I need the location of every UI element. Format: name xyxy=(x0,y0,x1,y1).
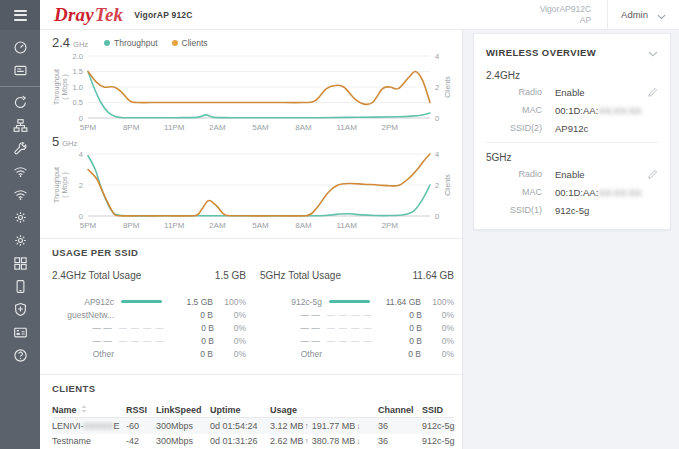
usage-percent: 0% xyxy=(429,336,454,346)
usage-bar-empty: — — — — xyxy=(119,336,165,345)
chart-5ghz: 0240245PM8PM11PM2AM5AM8AM11AM2PMThroughp… xyxy=(40,148,462,232)
chart-5-band-unit: GHz xyxy=(62,139,77,148)
clients-section-title: CLIENTS xyxy=(40,375,462,394)
upload-arrow-icon: ↑ xyxy=(305,436,309,446)
usage-row: — —— — — —0 B0% xyxy=(260,308,454,321)
logo-tek: Tek xyxy=(95,4,123,25)
client-usage: 3.12 MB↑191.77 MB↓ xyxy=(270,421,376,431)
client-uptime: 0d 01:31:26 xyxy=(210,436,268,446)
legend-throughput[interactable]: Throughput xyxy=(104,38,157,48)
sidebar-item-applications[interactable] xyxy=(0,229,40,252)
sort-icon xyxy=(81,405,87,415)
client-rssi: -42 xyxy=(126,436,154,446)
sidebar-item-security[interactable] xyxy=(0,298,40,321)
sidebar-item-operation-mode[interactable] xyxy=(0,91,40,114)
usage-value: 0 B xyxy=(169,349,213,359)
svg-text:11AM: 11AM xyxy=(336,123,357,132)
usage-row: 912c-5g11.64 GB100% xyxy=(260,295,454,308)
sidebar-item-objects[interactable] xyxy=(0,252,40,275)
legend-clients[interactable]: Clients xyxy=(172,38,208,48)
usage-value: 0 B xyxy=(379,336,421,346)
sidebar-item-mobile-device[interactable] xyxy=(0,275,40,298)
overview-band-5-name: 5GHz xyxy=(486,152,658,163)
draytek-logo: DrayTek xyxy=(54,0,123,30)
menu-toggle-button[interactable] xyxy=(0,0,40,30)
model-title: VigorAP 912C xyxy=(134,10,192,20)
sidebar-item-wizard[interactable] xyxy=(0,59,40,82)
svg-text:2PM: 2PM xyxy=(382,221,399,230)
client-name: LENIVI-XXXXXE xyxy=(52,421,124,431)
usage-value: 11.64 GB xyxy=(377,297,421,307)
usage-rows-24: AP912c1.5 GB100%guestNetw...0 B0%— —— — … xyxy=(52,295,246,360)
sidebar-item-wireless-2g[interactable] xyxy=(0,160,40,183)
download-arrow-icon: ↓ xyxy=(356,436,360,446)
device-name-block: VigorAP912C AP xyxy=(540,4,591,25)
sidebar xyxy=(0,0,40,449)
usage-ssid-label: — — xyxy=(52,336,112,346)
dashboard-icon xyxy=(13,40,28,55)
col-header-name[interactable]: Name xyxy=(52,405,124,415)
svg-text:4: 4 xyxy=(79,150,83,159)
usage-value: 0 B xyxy=(379,310,421,320)
usage-grid: 2.4GHz Total Usage 1.5 GB AP912c1.5 GB10… xyxy=(40,270,462,368)
redacted-mac: XX:XX:XX xyxy=(598,105,641,116)
usage-value: 0 B xyxy=(171,323,213,333)
usage-value: 0 B xyxy=(171,336,213,346)
redacted-mac: XX:XX:XX xyxy=(598,187,641,198)
usage-5-total: 11.64 GB xyxy=(412,270,454,281)
chart-24ghz: 00.51.01.52.00245PM8PM11PM2AM5AM8AM11AM2… xyxy=(40,50,462,134)
usage-bar-empty: — — — — xyxy=(327,336,373,345)
clients-table: Name RSSI LinkSpeed Uptime Usage Channel… xyxy=(40,402,462,449)
edit-pencil-icon[interactable] xyxy=(647,87,658,98)
usage-percent: 0% xyxy=(429,323,454,333)
upload-arrow-icon: ↑ xyxy=(305,421,309,431)
sidebar-item-wireless-5g[interactable] xyxy=(0,183,40,206)
hamburger-icon xyxy=(14,7,27,23)
svg-text:Throughput( Mbps ): Throughput( Mbps ) xyxy=(53,69,69,105)
sidebar-divider xyxy=(0,86,40,87)
wizard-icon xyxy=(13,63,28,78)
usage-ssid-label: AP912c xyxy=(52,297,114,307)
sidebar-item-bandwidth[interactable] xyxy=(0,206,40,229)
svg-text:2AM: 2AM xyxy=(209,123,226,132)
logo-dray: Dray xyxy=(54,4,94,25)
usage-ssid-label: — — xyxy=(52,323,112,333)
sidebar-item-dashboard[interactable] xyxy=(0,36,40,59)
svg-text:8PM: 8PM xyxy=(123,221,140,230)
sidebar-item-central-ap[interactable] xyxy=(0,321,40,344)
usage-section-title: USAGE PER SSID xyxy=(40,239,462,258)
usage-row: guestNetw...0 B0% xyxy=(52,308,246,321)
svg-text:5AM: 5AM xyxy=(252,123,269,132)
svg-text:2: 2 xyxy=(79,181,83,190)
svg-text:2.0: 2.0 xyxy=(73,52,83,61)
admin-menu[interactable]: Admin xyxy=(608,6,679,24)
support-icon xyxy=(13,348,28,363)
client-row: LENIVI-XXXXXE-60300Mbps0d 01:54:243.12 M… xyxy=(52,418,454,434)
redacted-name: XXXXX xyxy=(84,421,114,431)
svg-text:Clients: Clients xyxy=(444,174,451,196)
wireless-overview-title: WIRELESS OVERVIEW xyxy=(486,47,596,58)
overview-ssid-row: SSID(1) 912c-5g xyxy=(486,201,658,219)
tools-icon xyxy=(13,141,28,156)
sidebar-item-support[interactable] xyxy=(0,344,40,367)
usage-percent: 0% xyxy=(428,349,454,359)
edit-pencil-icon[interactable] xyxy=(647,169,658,180)
overview-mac-row: MAC 00:1D:AA:XX:XX:XX xyxy=(486,183,658,201)
svg-text:2: 2 xyxy=(435,181,439,190)
app-root: DrayTek VigorAP 912C VigorAP912C AP Admi… xyxy=(0,0,679,449)
overview-band-5: 5GHz Radio Enable MAC 00:1D:AA:XX:XX:XX … xyxy=(486,152,658,219)
legend-dot-icon xyxy=(104,40,110,46)
objects-icon xyxy=(13,256,28,271)
svg-text:Throughput( Mbps ): Throughput( Mbps ) xyxy=(53,167,69,203)
svg-text:0.5: 0.5 xyxy=(73,98,83,107)
sidebar-item-tools[interactable] xyxy=(0,137,40,160)
usage-ssid-label: Other xyxy=(52,349,114,359)
usage-percent: 0% xyxy=(429,310,454,320)
usage-bar xyxy=(329,300,370,303)
client-ssid: 912c-5g xyxy=(422,436,462,446)
usage-percent: 100% xyxy=(428,297,454,307)
wireless-overview-toggle[interactable]: WIRELESS OVERVIEW xyxy=(486,43,658,61)
chart-24-band: 2.4 xyxy=(52,35,70,50)
sidebar-item-network[interactable] xyxy=(0,114,40,137)
security-icon xyxy=(13,302,28,317)
